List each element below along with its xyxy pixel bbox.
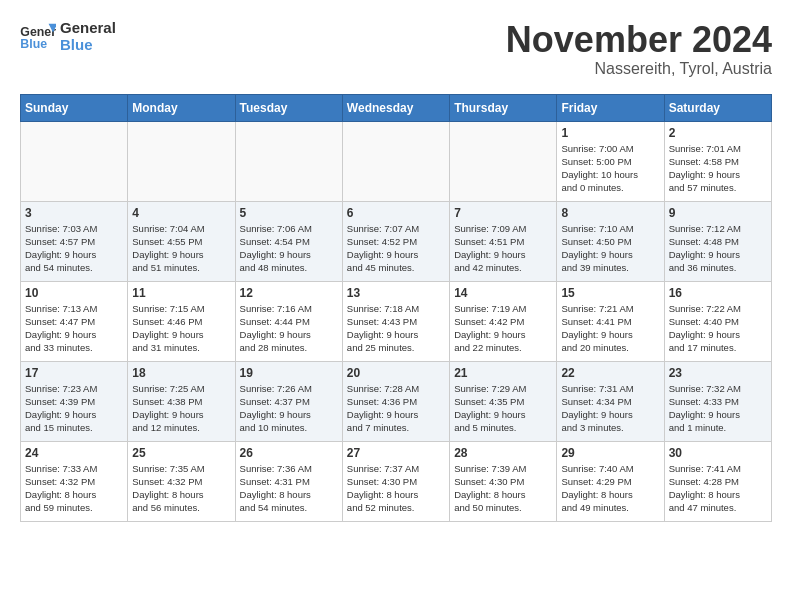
calendar-cell: 2Sunrise: 7:01 AM Sunset: 4:58 PM Daylig… — [664, 121, 771, 201]
day-number: 16 — [669, 286, 767, 300]
day-number: 3 — [25, 206, 123, 220]
day-info: Sunrise: 7:28 AM Sunset: 4:36 PM Dayligh… — [347, 382, 445, 435]
calendar-cell — [21, 121, 128, 201]
calendar-cell: 3Sunrise: 7:03 AM Sunset: 4:57 PM Daylig… — [21, 201, 128, 281]
calendar-table: SundayMondayTuesdayWednesdayThursdayFrid… — [20, 94, 772, 522]
day-number: 21 — [454, 366, 552, 380]
day-number: 29 — [561, 446, 659, 460]
header-monday: Monday — [128, 94, 235, 121]
calendar-cell: 24Sunrise: 7:33 AM Sunset: 4:32 PM Dayli… — [21, 441, 128, 521]
day-number: 17 — [25, 366, 123, 380]
day-number: 26 — [240, 446, 338, 460]
calendar-cell: 11Sunrise: 7:15 AM Sunset: 4:46 PM Dayli… — [128, 281, 235, 361]
day-number: 30 — [669, 446, 767, 460]
calendar-week-5: 24Sunrise: 7:33 AM Sunset: 4:32 PM Dayli… — [21, 441, 772, 521]
day-info: Sunrise: 7:36 AM Sunset: 4:31 PM Dayligh… — [240, 462, 338, 515]
day-info: Sunrise: 7:00 AM Sunset: 5:00 PM Dayligh… — [561, 142, 659, 195]
calendar-header-row: SundayMondayTuesdayWednesdayThursdayFrid… — [21, 94, 772, 121]
logo-icon: General Blue — [20, 22, 56, 52]
calendar-cell: 15Sunrise: 7:21 AM Sunset: 4:41 PM Dayli… — [557, 281, 664, 361]
day-number: 10 — [25, 286, 123, 300]
day-number: 12 — [240, 286, 338, 300]
day-info: Sunrise: 7:23 AM Sunset: 4:39 PM Dayligh… — [25, 382, 123, 435]
calendar-week-4: 17Sunrise: 7:23 AM Sunset: 4:39 PM Dayli… — [21, 361, 772, 441]
day-number: 20 — [347, 366, 445, 380]
day-number: 19 — [240, 366, 338, 380]
day-info: Sunrise: 7:09 AM Sunset: 4:51 PM Dayligh… — [454, 222, 552, 275]
calendar-cell: 21Sunrise: 7:29 AM Sunset: 4:35 PM Dayli… — [450, 361, 557, 441]
calendar-cell: 16Sunrise: 7:22 AM Sunset: 4:40 PM Dayli… — [664, 281, 771, 361]
day-info: Sunrise: 7:10 AM Sunset: 4:50 PM Dayligh… — [561, 222, 659, 275]
calendar-cell: 27Sunrise: 7:37 AM Sunset: 4:30 PM Dayli… — [342, 441, 449, 521]
header-thursday: Thursday — [450, 94, 557, 121]
calendar-cell: 13Sunrise: 7:18 AM Sunset: 4:43 PM Dayli… — [342, 281, 449, 361]
calendar-cell: 7Sunrise: 7:09 AM Sunset: 4:51 PM Daylig… — [450, 201, 557, 281]
logo-line1: General — [60, 20, 116, 37]
calendar-cell: 26Sunrise: 7:36 AM Sunset: 4:31 PM Dayli… — [235, 441, 342, 521]
day-number: 9 — [669, 206, 767, 220]
calendar-cell — [128, 121, 235, 201]
day-number: 13 — [347, 286, 445, 300]
header-tuesday: Tuesday — [235, 94, 342, 121]
day-info: Sunrise: 7:04 AM Sunset: 4:55 PM Dayligh… — [132, 222, 230, 275]
calendar-cell: 8Sunrise: 7:10 AM Sunset: 4:50 PM Daylig… — [557, 201, 664, 281]
day-number: 22 — [561, 366, 659, 380]
day-number: 23 — [669, 366, 767, 380]
calendar-cell: 25Sunrise: 7:35 AM Sunset: 4:32 PM Dayli… — [128, 441, 235, 521]
calendar-cell: 23Sunrise: 7:32 AM Sunset: 4:33 PM Dayli… — [664, 361, 771, 441]
calendar-cell: 10Sunrise: 7:13 AM Sunset: 4:47 PM Dayli… — [21, 281, 128, 361]
calendar-cell — [342, 121, 449, 201]
location-title: Nassereith, Tyrol, Austria — [506, 60, 772, 78]
day-info: Sunrise: 7:12 AM Sunset: 4:48 PM Dayligh… — [669, 222, 767, 275]
day-number: 2 — [669, 126, 767, 140]
day-number: 24 — [25, 446, 123, 460]
day-info: Sunrise: 7:15 AM Sunset: 4:46 PM Dayligh… — [132, 302, 230, 355]
page-header: General Blue General Blue November 2024 … — [20, 20, 772, 78]
day-info: Sunrise: 7:22 AM Sunset: 4:40 PM Dayligh… — [669, 302, 767, 355]
calendar-cell: 28Sunrise: 7:39 AM Sunset: 4:30 PM Dayli… — [450, 441, 557, 521]
calendar-cell: 17Sunrise: 7:23 AM Sunset: 4:39 PM Dayli… — [21, 361, 128, 441]
day-info: Sunrise: 7:16 AM Sunset: 4:44 PM Dayligh… — [240, 302, 338, 355]
day-info: Sunrise: 7:07 AM Sunset: 4:52 PM Dayligh… — [347, 222, 445, 275]
day-info: Sunrise: 7:35 AM Sunset: 4:32 PM Dayligh… — [132, 462, 230, 515]
day-number: 28 — [454, 446, 552, 460]
calendar-cell: 12Sunrise: 7:16 AM Sunset: 4:44 PM Dayli… — [235, 281, 342, 361]
calendar-cell: 4Sunrise: 7:04 AM Sunset: 4:55 PM Daylig… — [128, 201, 235, 281]
day-info: Sunrise: 7:06 AM Sunset: 4:54 PM Dayligh… — [240, 222, 338, 275]
calendar-cell: 14Sunrise: 7:19 AM Sunset: 4:42 PM Dayli… — [450, 281, 557, 361]
header-wednesday: Wednesday — [342, 94, 449, 121]
day-number: 15 — [561, 286, 659, 300]
calendar-cell — [235, 121, 342, 201]
day-number: 25 — [132, 446, 230, 460]
day-info: Sunrise: 7:41 AM Sunset: 4:28 PM Dayligh… — [669, 462, 767, 515]
calendar-cell: 19Sunrise: 7:26 AM Sunset: 4:37 PM Dayli… — [235, 361, 342, 441]
day-info: Sunrise: 7:26 AM Sunset: 4:37 PM Dayligh… — [240, 382, 338, 435]
day-info: Sunrise: 7:19 AM Sunset: 4:42 PM Dayligh… — [454, 302, 552, 355]
header-friday: Friday — [557, 94, 664, 121]
day-info: Sunrise: 7:32 AM Sunset: 4:33 PM Dayligh… — [669, 382, 767, 435]
month-title: November 2024 — [506, 20, 772, 60]
day-info: Sunrise: 7:18 AM Sunset: 4:43 PM Dayligh… — [347, 302, 445, 355]
calendar-cell — [450, 121, 557, 201]
day-info: Sunrise: 7:13 AM Sunset: 4:47 PM Dayligh… — [25, 302, 123, 355]
header-sunday: Sunday — [21, 94, 128, 121]
calendar-cell: 18Sunrise: 7:25 AM Sunset: 4:38 PM Dayli… — [128, 361, 235, 441]
calendar-cell: 9Sunrise: 7:12 AM Sunset: 4:48 PM Daylig… — [664, 201, 771, 281]
calendar-cell: 22Sunrise: 7:31 AM Sunset: 4:34 PM Dayli… — [557, 361, 664, 441]
day-info: Sunrise: 7:01 AM Sunset: 4:58 PM Dayligh… — [669, 142, 767, 195]
day-number: 8 — [561, 206, 659, 220]
logo-line2: Blue — [60, 37, 116, 54]
day-info: Sunrise: 7:21 AM Sunset: 4:41 PM Dayligh… — [561, 302, 659, 355]
day-number: 11 — [132, 286, 230, 300]
day-number: 4 — [132, 206, 230, 220]
day-number: 5 — [240, 206, 338, 220]
calendar-cell: 5Sunrise: 7:06 AM Sunset: 4:54 PM Daylig… — [235, 201, 342, 281]
day-number: 1 — [561, 126, 659, 140]
calendar-week-1: 1Sunrise: 7:00 AM Sunset: 5:00 PM Daylig… — [21, 121, 772, 201]
day-info: Sunrise: 7:37 AM Sunset: 4:30 PM Dayligh… — [347, 462, 445, 515]
day-number: 7 — [454, 206, 552, 220]
logo: General Blue General Blue — [20, 20, 116, 53]
day-number: 6 — [347, 206, 445, 220]
calendar-week-2: 3Sunrise: 7:03 AM Sunset: 4:57 PM Daylig… — [21, 201, 772, 281]
day-number: 14 — [454, 286, 552, 300]
